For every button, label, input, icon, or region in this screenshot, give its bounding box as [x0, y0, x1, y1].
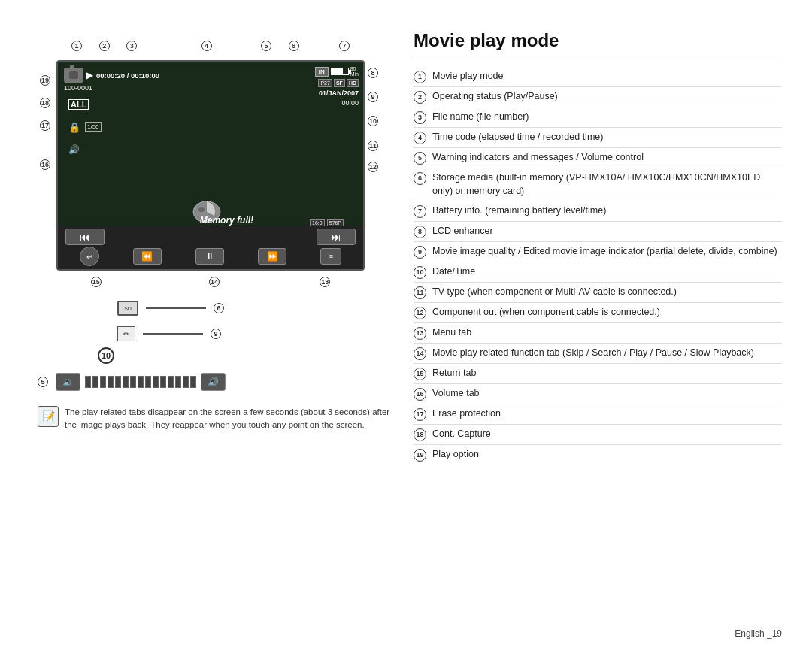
- label-6-diag: 6: [214, 303, 224, 313]
- feature-item-3: 3 File name (file number): [414, 107, 782, 128]
- feature-item-2: 2 Operating status (Play/Pause): [414, 87, 782, 107]
- feature-item-12: 12 Component out (when component cable i…: [414, 303, 782, 323]
- edit-icon: ✏: [117, 326, 135, 341]
- ff-btn[interactable]: ⏩: [258, 248, 286, 265]
- in-badge: IN: [315, 67, 329, 77]
- section-title: Movie play mode: [414, 30, 782, 56]
- feature-text-3: File name (file number): [432, 111, 782, 124]
- note-box: 📝 The play related tabs disappear on the…: [30, 406, 391, 432]
- feature-text-10: Date/Time: [432, 265, 782, 279]
- feature-num-16: 16: [414, 388, 426, 401]
- feature-item-10: 10 Date/Time: [414, 262, 782, 283]
- feature-item-9: 9 Movie image quality / Edited movie ima…: [414, 242, 782, 262]
- feature-text-17: Erase protection: [432, 407, 782, 421]
- label-11: 11: [368, 141, 378, 151]
- left-column: 1 2 3 4 5 6 7 19 18 17 16: [30, 23, 391, 628]
- feature-text-13: Menu tab: [432, 326, 782, 340]
- feature-num-1: 1: [414, 71, 426, 83]
- feature-num-10: 10: [414, 266, 426, 279]
- feature-num-9: 9: [414, 246, 426, 259]
- feature-text-18: Cont. Capture: [432, 428, 782, 441]
- feature-num-2: 2: [414, 91, 426, 104]
- feature-num-3: 3: [414, 111, 426, 124]
- battery-display: 80Min: [331, 66, 359, 77]
- camera-icon: [64, 68, 83, 83]
- volume-plus-btn[interactable]: 🔊: [201, 373, 226, 391]
- feature-num-17: 17: [414, 408, 426, 421]
- all-badge: ALL: [68, 99, 89, 110]
- zero-time: 00:00: [341, 99, 359, 107]
- feature-item-19: 19 Play option: [414, 445, 782, 465]
- label-14: 14: [209, 277, 220, 287]
- memory-full-text: Memory full!: [200, 215, 253, 226]
- volume-slider-ticks: [85, 376, 196, 388]
- pause-btn[interactable]: ⏸: [195, 248, 224, 265]
- label-6-top: 6: [289, 41, 299, 51]
- feature-item-7: 7 Battery info. (remaining battery level…: [414, 201, 782, 222]
- label-5-top: 5: [261, 41, 271, 51]
- volume-minus-btn[interactable]: 🔉: [56, 373, 80, 391]
- label-1: 1: [71, 41, 82, 51]
- feature-item-6: 6 Storage media (built-in memory (VP-HMX…: [414, 168, 782, 201]
- label-4: 4: [201, 41, 212, 51]
- feature-num-19: 19: [414, 449, 426, 462]
- label-10: 10: [368, 116, 378, 126]
- label-18: 18: [40, 98, 50, 108]
- timecode-display: 00:00:20 / 00:10:00: [96, 71, 159, 80]
- play-icon: ▶: [86, 70, 93, 80]
- feature-num-5: 5: [414, 152, 426, 165]
- feature-item-18: 18 Cont. Capture: [414, 425, 782, 445]
- label-17: 17: [40, 120, 50, 131]
- label-15: 15: [91, 277, 102, 287]
- hd-badge: HD: [347, 79, 359, 87]
- feature-text-12: Component out (when component cable is c…: [432, 306, 782, 319]
- menu-btn[interactable]: ≡: [320, 248, 341, 265]
- feature-num-15: 15: [414, 368, 426, 380]
- rewind-btn[interactable]: ⏪: [133, 248, 162, 265]
- feature-text-2: Operating status (Play/Pause): [432, 90, 782, 104]
- sf-badge: SF: [334, 79, 345, 87]
- feature-item-13: 13 Menu tab: [414, 323, 782, 344]
- feature-item-11: 11 TV type (when component or Multi-AV c…: [414, 283, 782, 303]
- footer: English _19: [735, 628, 782, 639]
- skip-forward-btn[interactable]: ⏭: [317, 229, 356, 245]
- feature-text-4: Time code (elapsed time / recorded time): [432, 131, 782, 144]
- feature-text-16: Volume tab: [432, 387, 782, 401]
- skip-back-btn[interactable]: ⏮: [65, 229, 105, 245]
- feature-text-5: Warning indicators and messages / Volume…: [432, 151, 782, 165]
- feature-num-12: 12: [414, 307, 426, 319]
- feature-num-14: 14: [414, 347, 426, 360]
- note-icon: 📝: [38, 406, 59, 427]
- feature-list: 1 Movie play mode 2 Operating status (Pl…: [414, 67, 782, 465]
- feature-num-4: 4: [414, 132, 426, 144]
- feature-text-19: Play option: [432, 448, 782, 462]
- feature-text-1: Movie play mode: [432, 70, 782, 83]
- feature-num-13: 13: [414, 327, 426, 340]
- feature-text-8: LCD enhancer: [432, 225, 782, 238]
- p27-badge: P27: [318, 79, 332, 87]
- right-column: Movie play mode 1 Movie play mode 2 Oper…: [414, 23, 782, 628]
- feature-item-14: 14 Movie play related function tab (Skip…: [414, 344, 782, 364]
- lock-icon: 🔒: [68, 122, 80, 133]
- storage-card-icon: SD: [117, 301, 138, 316]
- camera-screen-wrapper: 1 2 3 4 5 6 7 19 18 17 16: [56, 60, 365, 271]
- feature-item-8: 8 LCD enhancer: [414, 222, 782, 242]
- file-number: 100-0001: [64, 84, 92, 92]
- label-8: 8: [368, 68, 378, 78]
- feature-item-16: 16 Volume tab: [414, 384, 782, 404]
- label-9: 9: [368, 92, 378, 102]
- feature-item-17: 17 Erase protection: [414, 404, 782, 425]
- feature-num-6: 6: [414, 172, 426, 185]
- label-12: 12: [368, 162, 378, 172]
- label-7: 7: [339, 41, 350, 51]
- feature-item-4: 4 Time code (elapsed time / recorded tim…: [414, 128, 782, 148]
- label-9-diag: 9: [211, 329, 221, 339]
- counter-badge: 1/50: [85, 122, 102, 132]
- feature-text-14: Movie play related function tab (Skip / …: [432, 347, 782, 360]
- feature-num-7: 7: [414, 205, 426, 218]
- return-btn[interactable]: ↩: [80, 247, 99, 266]
- date-display: 01/JAN/2007: [319, 89, 359, 97]
- label-5-vol: 5: [38, 377, 48, 387]
- label-13: 13: [320, 277, 330, 287]
- volume-icon: 🔊: [68, 144, 80, 155]
